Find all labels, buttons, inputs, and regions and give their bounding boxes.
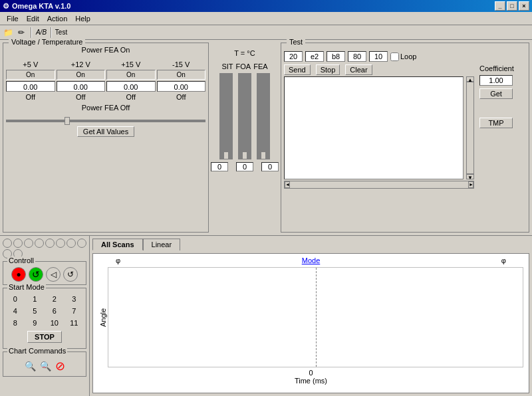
main-content: Voltage / Temperature Power FEA On +5 V …: [0, 40, 532, 396]
temp-slider-fea[interactable]: [257, 73, 270, 159]
mode-grid: 0 1 2 3 4 5 6 7 8 9 10 11: [6, 294, 83, 328]
temp-col-fea-label: FEA: [253, 62, 267, 70]
zoom-in-button[interactable]: 🔍: [25, 361, 36, 371]
temp-slider-container: [219, 73, 270, 159]
test-input-0[interactable]: [284, 51, 303, 62]
get-all-values-button[interactable]: Get All Values: [77, 126, 134, 137]
zoom-out-button[interactable]: 🔍−: [40, 361, 51, 371]
voltage-panel: Voltage / Temperature Power FEA On +5 V …: [3, 43, 209, 233]
mode-link-label[interactable]: Mode: [302, 256, 321, 264]
next-button[interactable]: ↺: [63, 267, 78, 282]
pen-icon[interactable]: ✏: [16, 27, 27, 38]
phi-right-label: φ: [501, 256, 506, 264]
ab-icon[interactable]: A/B: [36, 27, 47, 38]
mode-1[interactable]: 1: [26, 294, 45, 304]
stop-circle-button[interactable]: ●: [11, 267, 26, 282]
temp-col-fea: FEA: [253, 62, 267, 70]
volt-btn-2[interactable]: On: [106, 70, 156, 80]
volt-btn-1[interactable]: On: [57, 70, 106, 80]
scroll-right-btn[interactable]: ►: [468, 181, 473, 188]
volt-label-15v: +15 V: [106, 60, 156, 68]
menu-edit[interactable]: Edit: [23, 13, 43, 24]
app-icon: ⚙: [3, 2, 9, 11]
scroll-up-btn[interactable]: ▲: [466, 76, 474, 82]
temp-col-foa: FOA: [236, 62, 251, 70]
top-panels: Voltage / Temperature Power FEA On +5 V …: [0, 40, 532, 236]
reset-zoom-button[interactable]: ⊘: [55, 359, 65, 373]
prev-button[interactable]: ◁: [46, 267, 61, 282]
voltage-slider[interactable]: [6, 120, 205, 122]
chart-container: φ Mode φ Angle 0 Time (ms): [92, 253, 529, 393]
volt-btn-0[interactable]: On: [6, 70, 55, 80]
temp-slider-sit[interactable]: [219, 73, 233, 159]
power-fea-off-label: Power FEA Off: [6, 104, 205, 112]
menu-action[interactable]: Action: [43, 13, 72, 24]
get-button[interactable]: Get: [479, 88, 513, 99]
mode-7[interactable]: 7: [65, 306, 84, 316]
test-icon[interactable]: Test: [56, 27, 66, 38]
power-fea-on-label: Power FEA On: [6, 46, 205, 54]
volt-label-n15v: -15 V: [157, 60, 206, 68]
bottom-area: Controll ● ↺ ◁ ↺ Start Mode 0 1 2 3 4 5: [0, 236, 532, 396]
tmp-button[interactable]: TMP: [479, 118, 513, 128]
test-input-3[interactable]: [348, 51, 366, 62]
test-input-2[interactable]: [327, 51, 345, 62]
start-mode-title: Start Mode: [7, 283, 46, 291]
mode-0[interactable]: 0: [6, 294, 25, 304]
tab-linear[interactable]: Linear: [143, 239, 181, 250]
indicators-row: [3, 239, 86, 258]
slider-container: [6, 116, 205, 124]
mode-6[interactable]: 6: [45, 306, 64, 316]
mode-2[interactable]: 2: [45, 294, 64, 304]
menu-help[interactable]: Help: [71, 13, 94, 24]
minimize-button[interactable]: _: [495, 1, 505, 11]
volt-label-5v: +5 V: [6, 60, 55, 68]
mode-5[interactable]: 5: [26, 306, 45, 316]
temp-slider-foa[interactable]: [238, 73, 251, 159]
test-input-4[interactable]: [369, 51, 388, 62]
menu-file[interactable]: File: [3, 13, 23, 24]
test-input-1[interactable]: [305, 51, 324, 62]
temp-headers-row: SIT FOA FEA: [221, 62, 267, 70]
temp-label: T = °C: [234, 49, 255, 57]
indicator-5: [56, 239, 65, 248]
loop-checkbox[interactable]: [390, 52, 399, 61]
refresh-button[interactable]: ↺: [29, 267, 43, 282]
test-textarea[interactable]: [284, 76, 464, 179]
temp-val-fea: 0: [261, 162, 279, 171]
tab-all-scans[interactable]: All Scans: [92, 239, 143, 250]
control-buttons: ● ↺ ◁ ↺: [6, 267, 83, 282]
clear-button[interactable]: Clear: [345, 64, 372, 75]
start-mode-box: Start Mode 0 1 2 3 4 5 6 7 8 9 10 11 STO…: [3, 288, 86, 349]
maximize-button[interactable]: □: [507, 1, 517, 11]
time-axis-label: Time (ms): [96, 377, 526, 385]
volt-status-1: Off: [57, 93, 106, 101]
title-bar-controls: _ □ ×: [495, 1, 529, 11]
stop-button-mode[interactable]: STOP: [27, 331, 62, 343]
mode-11[interactable]: 11: [65, 318, 84, 328]
coefficient-input[interactable]: [479, 75, 513, 86]
indicator-1: [13, 239, 23, 248]
volt-btn-3[interactable]: On: [157, 70, 206, 80]
volt-value-2: 0.00: [106, 81, 156, 92]
scroll-left-btn[interactable]: ◄: [285, 181, 290, 188]
mode-10[interactable]: 10: [45, 318, 64, 328]
stop-button[interactable]: Stop: [316, 64, 340, 75]
title-bar: ⚙ Omega KTA v.1.0 _ □ ×: [0, 0, 532, 12]
volt-status-3: Off: [157, 93, 206, 101]
phi-left-label: φ: [116, 256, 120, 264]
mode-9[interactable]: 9: [26, 318, 45, 328]
mode-3[interactable]: 3: [65, 294, 84, 304]
mode-4[interactable]: 4: [6, 306, 25, 316]
scroll-down-btn[interactable]: ▼: [466, 174, 474, 179]
angle-label: Angle: [99, 308, 107, 326]
indicator-4: [45, 239, 55, 248]
close-button[interactable]: ×: [519, 1, 529, 11]
temp-value-row: 0 0 0: [211, 162, 279, 171]
volt-label-12v: +12 V: [57, 60, 106, 68]
mode-8[interactable]: 8: [6, 318, 25, 328]
send-button[interactable]: Send: [284, 64, 311, 75]
controll-box: Controll ● ↺ ◁ ↺: [3, 261, 86, 285]
voltage-grid: +5 V +12 V +15 V -15 V On On On On 0.00 …: [6, 60, 205, 101]
folder-icon[interactable]: 📁: [3, 27, 13, 38]
